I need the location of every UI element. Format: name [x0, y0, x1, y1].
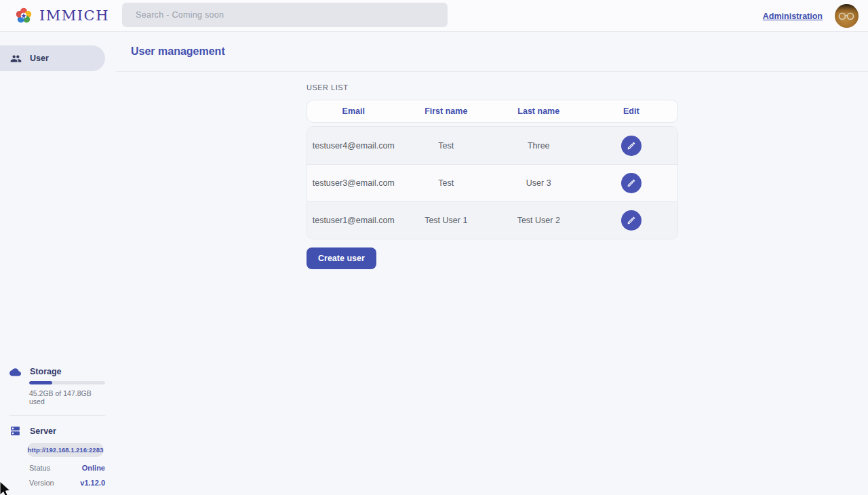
edit-user-button[interactable]	[621, 173, 642, 193]
storage-progress-track	[29, 381, 105, 384]
column-header-edit: Edit	[585, 106, 678, 116]
group-icon	[10, 53, 22, 64]
server-version-value: v1.12.0	[80, 479, 105, 487]
main-content: User management USER LIST Email First na…	[116, 32, 868, 495]
column-header-email: Email	[307, 106, 400, 116]
cell-last-name: Three	[492, 141, 585, 151]
cell-first-name: Test User 1	[400, 216, 493, 225]
user-list-section: USER LIST Email First name Last name Edi…	[307, 72, 678, 269]
create-user-button[interactable]: Create user	[307, 248, 376, 269]
table-row: testuser4@email.com Test Three	[307, 127, 677, 164]
glasses-on-wood-photo	[837, 12, 856, 20]
cell-first-name: Test	[400, 141, 493, 151]
page-title: User management	[131, 45, 225, 58]
cell-last-name: Test User 2	[492, 216, 585, 225]
user-table-header: Email First name Last name Edit	[307, 100, 678, 123]
server-status-value: Online	[82, 464, 105, 472]
server-version-label: Version	[29, 479, 54, 487]
cell-first-name: Test	[400, 178, 493, 188]
brand-name: IMMICH	[39, 7, 109, 24]
immich-brand[interactable]: IMMICH	[14, 5, 109, 26]
cell-email: testuser1@email.com	[307, 216, 400, 225]
sidebar-item-user[interactable]: User	[0, 45, 105, 71]
cell-email: testuser4@email.com	[307, 141, 400, 151]
storage-section-header: Storage	[9, 367, 105, 376]
pencil-icon	[627, 178, 636, 188]
user-table-body: testuser4@email.com Test Three testuser3…	[307, 126, 678, 239]
cell-email: testuser3@email.com	[307, 178, 400, 188]
server-section-header: Server	[9, 425, 105, 437]
storage-progress-fill	[29, 381, 52, 384]
main-header: User management	[116, 32, 868, 72]
server-title: Server	[30, 427, 56, 436]
column-header-first-name: First name	[400, 106, 493, 116]
sidebar: User Storage 45.2GB of 147.8GB used Serv…	[0, 32, 116, 495]
user-list-label: USER LIST	[307, 83, 678, 92]
storage-title: Storage	[30, 367, 62, 376]
sidebar-footer: Storage 45.2GB of 147.8GB used Server ht…	[0, 367, 116, 495]
server-status-row: Status Online	[29, 464, 105, 472]
top-bar: IMMICH Administration	[0, 0, 868, 32]
search-input[interactable]	[122, 3, 448, 27]
immich-flower-icon	[14, 5, 34, 26]
sidebar-divider	[9, 415, 105, 416]
pencil-icon	[627, 216, 636, 225]
user-avatar[interactable]	[835, 4, 859, 28]
edit-user-button[interactable]	[621, 136, 642, 156]
edit-user-button[interactable]	[621, 210, 642, 231]
pencil-icon	[627, 141, 636, 151]
table-row: testuser3@email.com Test User 3	[307, 164, 677, 201]
table-row: testuser1@email.com Test User 1 Test Use…	[307, 201, 677, 239]
cloud-icon	[9, 368, 21, 376]
server-url-badge: http://192.168.1.216:2283	[27, 443, 104, 457]
dns-server-icon	[9, 425, 21, 437]
cell-last-name: User 3	[492, 178, 585, 188]
server-version-row: Version v1.12.0	[29, 479, 105, 487]
storage-usage-caption: 45.2GB of 147.8GB used	[29, 389, 105, 405]
server-status-label: Status	[29, 464, 50, 472]
sidebar-item-user-label: User	[30, 54, 49, 63]
administration-link[interactable]: Administration	[763, 12, 823, 21]
column-header-last-name: Last name	[492, 106, 585, 116]
